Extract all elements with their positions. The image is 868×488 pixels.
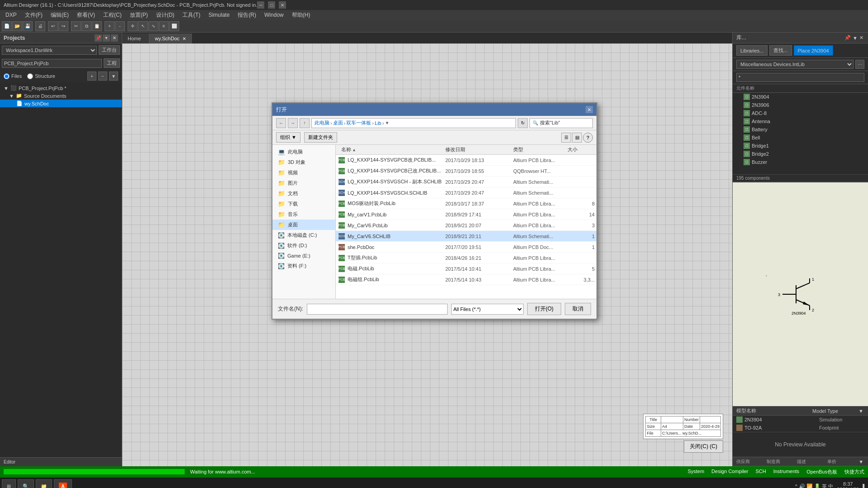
project-button[interactable]: 工程 xyxy=(104,58,120,68)
tool-save[interactable]: 💾 xyxy=(23,21,33,31)
help-button[interactable]: ? xyxy=(583,133,593,143)
comp-battery[interactable]: ◻ Battery xyxy=(733,125,868,134)
close-button[interactable]: ✕ xyxy=(279,1,286,9)
tool-wire[interactable]: ∿ xyxy=(148,21,158,31)
libraries-button[interactable]: Libraries... xyxy=(736,45,768,56)
close-schematic-button[interactable]: 关闭(C) (C) xyxy=(684,440,723,453)
nav-back-button[interactable]: ← xyxy=(276,118,286,128)
tab-schdoc-close[interactable]: ✕ xyxy=(182,36,186,41)
tool-zoom-out[interactable]: - xyxy=(115,21,125,31)
project-name-input[interactable] xyxy=(2,59,102,68)
sidebar-drive-f[interactable]: 💽 资料 (F:) xyxy=(272,261,335,271)
sidebar-drive-d[interactable]: 💽 软件 (D:) xyxy=(272,240,335,251)
path-refresh-button[interactable]: ↻ xyxy=(518,118,528,128)
model-sort-button[interactable]: ▼ xyxy=(858,408,864,414)
lib-more-button[interactable]: ⋯ xyxy=(855,60,864,69)
file-row[interactable]: SCH LQ_KXXP144-SYSVGSCH.SCHLIB 2017/10/2… xyxy=(336,187,596,198)
path-board[interactable]: 双车一体板 xyxy=(346,120,371,126)
tool-copy[interactable]: ⧉ xyxy=(81,21,91,31)
path-dropdown-button[interactable]: ▼ xyxy=(385,120,389,125)
tool-select[interactable]: ↖ xyxy=(138,21,148,31)
sidebar-drive-c[interactable]: 💽 本地磁盘 (C:) xyxy=(272,230,335,240)
tool-cut[interactable]: ✂ xyxy=(71,21,81,31)
menu-window[interactable]: Window xyxy=(261,11,287,19)
dialog-close-button[interactable]: ✕ xyxy=(586,106,593,113)
menu-design[interactable]: 设计(D) xyxy=(153,10,178,20)
sort-name-button[interactable]: ▲ xyxy=(352,148,356,152)
file-row[interactable]: PCB T型插.PcbLib 2018/4/26 16:21 Altium PC… xyxy=(336,253,596,263)
rp-pin-button[interactable]: 📌 xyxy=(844,35,852,41)
file-row[interactable]: PCB 电磁组.PcbLib 2017/5/14 10:43 Altium PC… xyxy=(336,274,596,285)
sidebar-drive-e[interactable]: 💽 Game (E:) xyxy=(272,251,335,261)
open-button[interactable]: 打开(O) xyxy=(527,303,561,315)
taskbar-files[interactable]: 📁 xyxy=(36,479,52,488)
taskbar-altium[interactable]: A xyxy=(54,479,72,488)
file-row[interactable]: PCB 电磁.PcbLib 2017/5/14 10:41 Altium PCB… xyxy=(336,263,596,274)
lib-dropdown[interactable]: Miscellaneous Devices.IntLib xyxy=(736,60,854,69)
tool-print[interactable]: 🖨 xyxy=(35,21,45,31)
start-button[interactable]: ⊞ xyxy=(2,479,16,488)
tool-bus[interactable]: ≡ xyxy=(159,21,169,31)
lib-search-input[interactable] xyxy=(736,73,864,82)
cancel-button[interactable]: 取消 xyxy=(565,303,591,315)
menu-place[interactable]: 放置(P) xyxy=(126,10,152,20)
tool-part[interactable]: ⬜ xyxy=(169,21,179,31)
tool-zoom-in[interactable]: + xyxy=(105,21,114,31)
view-detail-button[interactable]: ▤ xyxy=(572,133,582,143)
sidebar-video[interactable]: 📁 视频 xyxy=(272,167,335,178)
comp-bridge2[interactable]: ◻ Bridge2 xyxy=(733,150,868,158)
rp-close-button[interactable]: ✕ xyxy=(858,35,864,41)
new-folder-button[interactable]: 新建文件夹 xyxy=(304,132,337,143)
nav-forward-button[interactable]: → xyxy=(288,118,298,128)
panel-pin-btn[interactable]: 📌 xyxy=(95,34,102,42)
tool-cross[interactable]: ✛ xyxy=(128,21,138,31)
file-row[interactable]: SCH LQ_KXXP144-SYSVGSCH - 副本.SCHLIB 2017… xyxy=(336,177,596,187)
menu-edit[interactable]: 编辑(E) xyxy=(47,10,72,20)
nav-up-button[interactable]: ↑ xyxy=(300,118,310,128)
sidebar-downloads[interactable]: 📁 下载 xyxy=(272,199,335,209)
search-button[interactable]: 查找... xyxy=(769,45,792,56)
panel-close-btn[interactable]: ✕ xyxy=(111,34,118,42)
path-lib[interactable]: Lib xyxy=(375,120,382,126)
file-row[interactable]: PCB LQ_KXXP144-SYSVGPCB改.PCBLIB... 2017/… xyxy=(336,155,596,166)
tool-undo[interactable]: ↩ xyxy=(48,21,58,31)
sidebar-music[interactable]: 📁 音乐 xyxy=(272,209,335,220)
menu-simulate[interactable]: Simulate xyxy=(205,11,234,19)
path-computer[interactable]: 此电脑 xyxy=(315,120,329,126)
model-row-2n3904[interactable]: 2N3904 Simulation xyxy=(733,416,868,424)
tree-root[interactable]: ▼ ⬛ PCB_Project.PrjPcb * xyxy=(0,84,122,92)
panel-menu-btn[interactable]: ▼ xyxy=(103,34,110,42)
sidebar-3d-objects[interactable]: 📁 3D 对象 xyxy=(272,157,335,167)
file-row[interactable]: PCB LQ_KXXP144-SYSVGPCB已改.PCBLIB... 2017… xyxy=(336,166,596,177)
workspace-button[interactable]: 工作台 xyxy=(99,45,120,55)
filetype-select[interactable]: All Files (*.*) xyxy=(451,304,524,315)
comp-buzzer[interactable]: ◻ Buzzer xyxy=(733,158,868,166)
sidebar-pictures[interactable]: 📁 图片 xyxy=(272,178,335,188)
file-row[interactable]: PCB MOS驱动封装.PcbLib 2018/10/17 18:37 Alti… xyxy=(336,198,596,209)
files-radio[interactable] xyxy=(4,73,10,79)
file-row[interactable]: PCB she.PcbDoc 2017/7/20 19:51 Altium PC… xyxy=(336,242,596,253)
comp-2n3904[interactable]: ◻ 2N3904 xyxy=(733,93,868,101)
file-action-add[interactable]: + xyxy=(87,72,96,81)
file-action-remove[interactable]: − xyxy=(98,72,107,81)
tree-wy-schdoc[interactable]: 📄 wy.SchDoc xyxy=(0,100,122,107)
taskbar-search[interactable]: 🔍 xyxy=(18,479,34,488)
tab-home[interactable]: Home xyxy=(122,33,149,43)
menu-dxp[interactable]: DXP xyxy=(2,11,20,19)
model-row-to92a[interactable]: TO-92A Footprint xyxy=(733,424,868,432)
maximize-button[interactable]: □ xyxy=(268,1,275,9)
menu-view[interactable]: 察看(V) xyxy=(73,10,99,20)
comp-bell[interactable]: ◻ Bell xyxy=(733,134,868,142)
comp-adc8[interactable]: ◻ ADC-8 xyxy=(733,109,868,117)
tool-paste[interactable]: 📋 xyxy=(92,21,102,31)
supplier-sort-button[interactable]: ▼ xyxy=(858,459,864,464)
place-button[interactable]: Place 2N3904 xyxy=(794,45,833,56)
sidebar-documents[interactable]: 📁 文档 xyxy=(272,188,335,199)
rp-menu-button[interactable]: ▼ xyxy=(852,35,858,41)
files-radio-label[interactable]: Files xyxy=(4,73,22,79)
file-row[interactable]: PCB My_carV1.PcbLib 2018/9/29 17:41 Alti… xyxy=(336,209,596,220)
file-row[interactable]: PCB My_CarV6.PcbLib 2018/9/21 20:07 Alti… xyxy=(336,220,596,231)
menu-tools[interactable]: 工具(T) xyxy=(179,10,204,20)
minimize-button[interactable]: ─ xyxy=(257,1,264,9)
menu-report[interactable]: 报告(R) xyxy=(234,10,260,20)
